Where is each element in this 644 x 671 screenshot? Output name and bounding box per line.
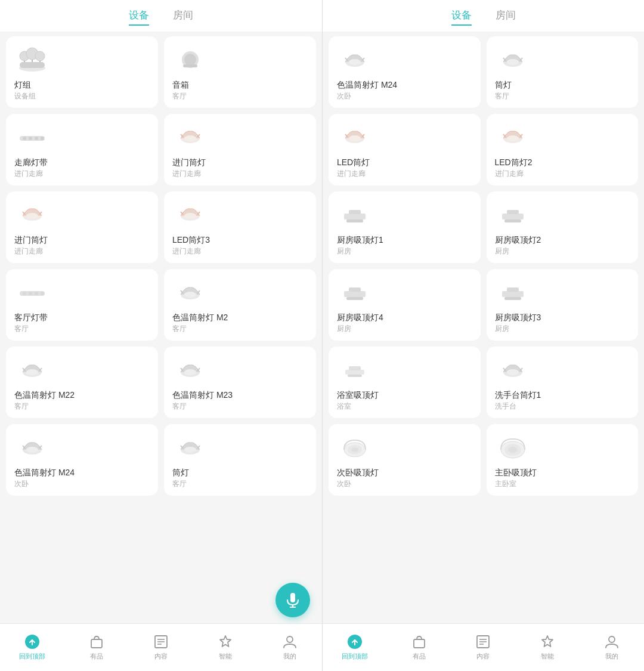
svg-rect-86 (349, 287, 361, 292)
svg-point-29 (23, 292, 26, 295)
device-card[interactable]: 客厅灯带 客厅 (6, 269, 158, 341)
right-device-list: 色温筒射灯 M24 次卧 筒灯 客厅 (323, 32, 644, 623)
tab-shop[interactable]: 有品 (387, 634, 451, 661)
left-device-list: 灯组 设备组 音箱 客厅 (0, 32, 322, 623)
bag-icon (89, 634, 104, 650)
device-icon (495, 122, 531, 152)
device-icon (172, 200, 208, 230)
svg-rect-79 (344, 214, 366, 219)
tab-user[interactable]: 我的 (258, 634, 322, 661)
svg-point-31 (35, 292, 38, 295)
device-icon (172, 355, 208, 385)
device-name: 厨房吸顶灯4 (337, 312, 383, 323)
device-room: 进门走廊 (495, 169, 524, 179)
right-tab-bar: 回到顶部 有品 内容 (323, 623, 644, 671)
tab-smart[interactable]: 智能 (193, 634, 258, 661)
svg-point-4 (35, 51, 45, 61)
device-room: 进门走廊 (172, 169, 201, 179)
svg-rect-88 (502, 291, 524, 297)
svg-rect-93 (348, 375, 362, 377)
left-tab-device[interactable]: 设备 (129, 8, 149, 26)
device-room: 客厅 (172, 479, 187, 489)
device-card[interactable]: 音箱 客厅 (164, 36, 316, 108)
device-card[interactable]: 进门筒灯 进门走廊 (164, 114, 316, 185)
device-icon (14, 277, 50, 307)
device-icon (14, 45, 50, 75)
device-icon (172, 277, 208, 307)
device-room: 设备组 (14, 91, 36, 101)
device-card[interactable]: 进门筒灯 进门走廊 (6, 191, 158, 263)
device-card[interactable]: LED筒灯2 进门走廊 (487, 114, 639, 185)
tab-top[interactable]: 回到顶部 (0, 634, 64, 661)
right-tab-device[interactable]: 设备 (451, 8, 472, 26)
left-tab-room[interactable]: 房间 (173, 8, 193, 26)
device-card[interactable]: LED筒灯 进门走廊 (329, 114, 481, 185)
device-card[interactable]: 筒灯 客厅 (487, 36, 639, 108)
svg-rect-89 (507, 287, 519, 292)
svg-rect-87 (346, 297, 363, 300)
voice-fab[interactable] (275, 583, 310, 617)
tab-shop[interactable]: 有品 (64, 634, 129, 661)
device-card[interactable]: 色温筒射灯 M23 客厅 (164, 347, 316, 418)
top-icon (347, 634, 363, 650)
device-icon (14, 122, 50, 152)
user-icon (282, 634, 298, 650)
svg-rect-105 (414, 639, 425, 648)
left-tab-bar: 回到顶部 有品 内容 (0, 623, 322, 671)
device-card[interactable]: 主卧吸顶灯 主卧室 (487, 424, 639, 496)
device-room: 客厅 (172, 91, 187, 101)
device-icon (337, 355, 373, 385)
device-card[interactable]: 次卧吸顶灯 次卧 (329, 424, 481, 496)
tab-content[interactable]: 内容 (451, 634, 516, 661)
device-card[interactable]: 厨房吸顶灯3 厨房 (487, 269, 639, 341)
svg-point-15 (41, 137, 44, 140)
tab-smart[interactable]: 智能 (515, 634, 580, 661)
tab-user[interactable]: 我的 (580, 634, 644, 661)
device-card[interactable]: 浴室吸顶灯 浴室 (329, 347, 481, 418)
svg-rect-91 (345, 370, 364, 375)
device-card[interactable]: 色温筒射灯 M24 次卧 (329, 36, 481, 108)
tab-top[interactable]: 回到顶部 (323, 634, 387, 661)
device-card[interactable]: 色温筒射灯 M24 次卧 (6, 424, 158, 496)
svg-point-64 (349, 59, 361, 65)
device-card[interactable]: 灯组 设备组 (6, 36, 158, 108)
device-card[interactable]: 厨房吸顶灯1 厨房 (329, 191, 481, 263)
device-name: 主卧吸顶灯 (495, 467, 537, 478)
device-card[interactable]: 色温筒射灯 M2 客厅 (164, 269, 316, 341)
device-name: 筒灯 (495, 79, 512, 90)
smart-icon (540, 634, 555, 650)
device-name: 走廊灯带 (14, 157, 48, 168)
tab-content[interactable]: 内容 (129, 634, 193, 661)
tab-label: 有品 (90, 652, 103, 661)
device-card[interactable]: LED筒灯3 进门走廊 (164, 191, 316, 263)
device-name: 筒灯 (172, 467, 189, 478)
device-room: 厨房 (495, 246, 509, 256)
right-tab-room[interactable]: 房间 (496, 8, 516, 26)
svg-rect-90 (504, 297, 521, 300)
svg-rect-84 (504, 219, 521, 222)
device-icon (337, 45, 373, 75)
device-card[interactable]: 筒灯 客厅 (164, 424, 316, 496)
device-room: 进门走廊 (172, 246, 201, 256)
svg-point-95 (507, 369, 519, 375)
device-name: LED筒灯2 (495, 157, 532, 168)
device-card[interactable]: 厨房吸顶灯4 厨房 (329, 269, 481, 341)
device-room: 浴室 (337, 401, 351, 412)
device-card[interactable]: 走廊灯带 进门走廊 (6, 114, 158, 185)
content-icon (153, 634, 169, 650)
device-card[interactable]: 厨房吸顶灯2 厨房 (487, 191, 639, 263)
svg-point-68 (507, 59, 519, 65)
device-icon (495, 200, 531, 230)
tab-label: 智能 (219, 652, 232, 661)
svg-point-100 (351, 447, 358, 452)
device-card[interactable]: 色温筒射灯 M22 客厅 (6, 347, 158, 418)
right-top-tabs: 设备 房间 (323, 0, 644, 32)
device-card[interactable]: 洗手台筒灯1 洗手台 (487, 347, 639, 418)
tab-label: 我的 (605, 652, 618, 661)
svg-point-12 (23, 137, 26, 140)
bag-icon (411, 634, 427, 650)
device-room: 主卧室 (495, 479, 516, 489)
svg-rect-82 (502, 214, 524, 219)
device-name: 色温筒射灯 M23 (172, 389, 233, 400)
device-name: 进门筒灯 (14, 234, 48, 245)
